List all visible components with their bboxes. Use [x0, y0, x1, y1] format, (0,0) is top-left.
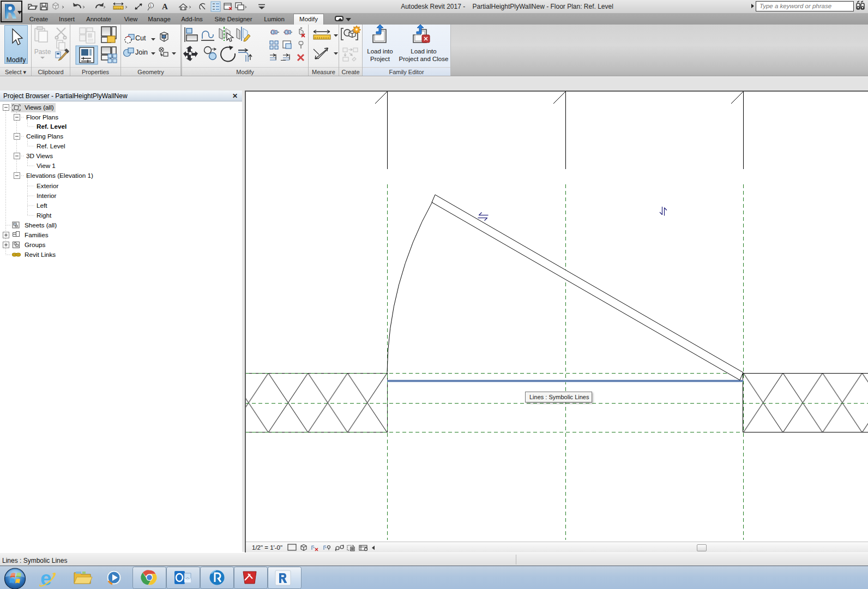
svg-text:1: 1 [150, 4, 152, 8]
svg-text:A: A [162, 2, 168, 11]
